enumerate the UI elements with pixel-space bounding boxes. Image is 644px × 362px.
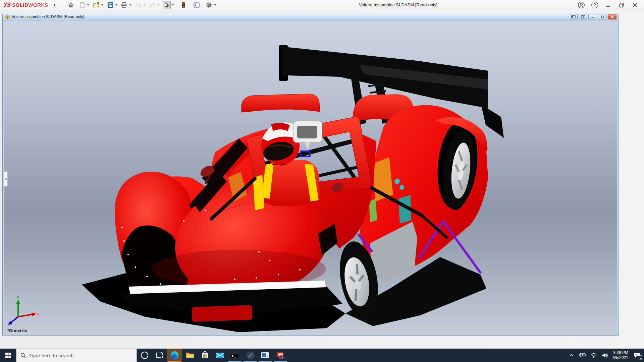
options-list-icon: [194, 2, 200, 8]
document-title-text: Voiture assomblee.SLDASM [Read-only]: [12, 14, 569, 19]
rebuild-button[interactable]: [179, 1, 187, 9]
taskbar-app-file-explorer[interactable]: [182, 349, 197, 362]
minimize-button[interactable]: [604, 1, 612, 9]
select-tool-button[interactable]: [163, 1, 171, 9]
close-button[interactable]: [631, 1, 639, 9]
restore-icon: [619, 3, 624, 8]
pane-split-icon: [581, 15, 585, 18]
settings-button[interactable]: [205, 1, 213, 9]
taskbar-app-solidworks[interactable]: SW 2021: [273, 349, 288, 362]
system-tray: 3:39 PM 3/5/2021 1: [568, 349, 642, 362]
action-center-button[interactable]: 1: [632, 349, 642, 362]
undo-dropdown[interactable]: [144, 4, 146, 6]
document-titlebar[interactable]: Voiture assomblee.SLDASM [Read-only]: [3, 13, 618, 20]
tray-network-button[interactable]: [590, 349, 598, 362]
logo-3s-glyph: 3S: [3, 1, 11, 8]
mail-icon: [216, 352, 224, 359]
desktop: 3S SOLID WORKS: [0, 0, 644, 362]
new-document-icon: [79, 2, 85, 8]
undo-button[interactable]: [135, 1, 143, 9]
show-desktop-button[interactable]: [643, 349, 644, 362]
toggle-left-pane-button[interactable]: [569, 14, 578, 19]
minimize-icon: [591, 15, 595, 18]
home-button[interactable]: [67, 1, 75, 9]
triad-y-label: Y: [17, 296, 19, 300]
select-arrow-icon: [164, 2, 169, 8]
taskbar-app-terminal[interactable]: [227, 349, 243, 362]
document-window: Voiture assomblee.SLDASM [Read-only]: [2, 13, 619, 336]
store-icon: [201, 351, 209, 359]
taskbar-app-cortana[interactable]: [137, 349, 152, 362]
quick-access-toolbar: [67, 1, 219, 9]
redo-button[interactable]: [149, 1, 157, 9]
save-button[interactable]: [106, 1, 114, 9]
restore-icon: [601, 15, 604, 18]
app-titlebar: 3S SOLID WORKS: [0, 0, 644, 10]
taskbar-app-mail[interactable]: [212, 349, 227, 362]
close-icon: [633, 3, 637, 7]
tray-overflow-button[interactable]: [568, 349, 576, 362]
home-icon: [68, 2, 74, 8]
open-button[interactable]: [92, 1, 100, 9]
open-dropdown[interactable]: [101, 4, 103, 6]
start-button[interactable]: [0, 349, 16, 362]
search-input[interactable]: [29, 353, 130, 358]
rebuild-traffic-light-icon: [181, 2, 185, 8]
document-minimize-button[interactable]: [588, 14, 597, 19]
print-icon: [121, 2, 127, 8]
hexagon-app-icon: [246, 351, 254, 360]
redo-dropdown[interactable]: [158, 4, 160, 6]
properties-button[interactable]: [193, 1, 201, 9]
windows-logo-icon: [5, 353, 11, 358]
document-restore-button[interactable]: [598, 14, 607, 19]
car-3d-model: [4, 20, 617, 335]
logo-works: WORKS: [28, 2, 48, 8]
taskbar-app-media[interactable]: [258, 349, 273, 362]
orientation-triad: Y X: [7, 296, 40, 327]
assembly-document-icon: [5, 14, 10, 19]
taskbar: SW 2021 3:39 PM 3/5/2021: [0, 349, 644, 362]
taskbar-app-store[interactable]: [197, 349, 212, 362]
settings-dropdown[interactable]: [214, 4, 216, 6]
print-button[interactable]: [120, 1, 128, 9]
frame-controls: ?: [577, 0, 644, 10]
new-document-button[interactable]: [78, 1, 86, 9]
taskbar-search[interactable]: [16, 349, 137, 362]
solidworks-logo: 3S SOLID WORKS: [3, 1, 48, 8]
wifi-icon: [590, 353, 597, 358]
search-icon: [20, 353, 26, 358]
account-button[interactable]: [577, 1, 586, 9]
taskbar-app-task-view[interactable]: [152, 349, 167, 362]
app-title-text: Voiture assomblee.SLDASM [Read-only]: [359, 2, 437, 7]
graphics-viewport[interactable]: Y X *Dimetric: [4, 20, 617, 335]
new-document-dropdown[interactable]: [87, 4, 89, 6]
svg-text:SW: SW: [278, 353, 283, 356]
media-app-icon: [261, 352, 269, 359]
print-dropdown[interactable]: [129, 4, 131, 6]
file-explorer-icon: [185, 352, 194, 359]
clock-date: 3/5/2021: [612, 355, 628, 360]
toggle-split-pane-button[interactable]: [579, 14, 587, 19]
close-icon: [610, 15, 614, 18]
solidworks-year-badge: 2021: [279, 357, 285, 360]
tray-display-button[interactable]: [579, 349, 587, 362]
document-window-buttons: [569, 14, 616, 19]
settings-gear-icon: [206, 2, 212, 8]
menu-expand-arrow-icon[interactable]: [54, 3, 56, 7]
restore-button[interactable]: [617, 1, 626, 9]
minimize-icon: [606, 3, 610, 7]
save-dropdown[interactable]: [115, 4, 117, 6]
select-tool-dropdown[interactable]: [172, 4, 174, 6]
taskbar-app-hexagon[interactable]: [243, 349, 258, 362]
taskbar-app-edge[interactable]: [167, 349, 182, 362]
tray-clock[interactable]: 3:39 PM 3/5/2021: [612, 350, 629, 360]
feature-pane-collapsed-tab[interactable]: [4, 171, 8, 187]
view-orientation-label: *Dimetric: [7, 328, 27, 333]
help-button[interactable]: ?: [590, 1, 599, 9]
clock-time: 3:39 PM: [612, 350, 628, 355]
display-icon: [579, 353, 586, 358]
edge-icon: [170, 351, 179, 360]
document-close-button[interactable]: [608, 14, 616, 19]
tray-volume-button[interactable]: [601, 349, 609, 362]
task-view-icon: [156, 351, 164, 359]
